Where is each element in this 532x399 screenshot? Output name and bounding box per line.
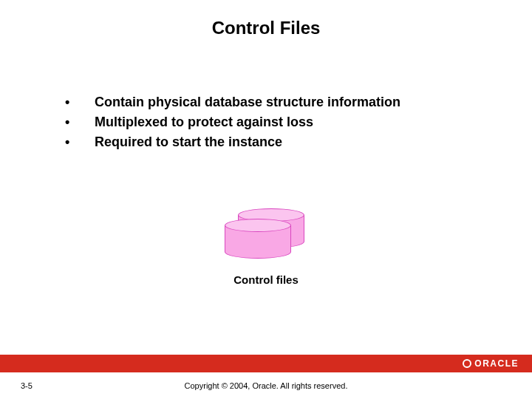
copyright-text: Copyright © 2004, Oracle. All rights res… bbox=[0, 381, 532, 390]
bullet-text: Multiplexed to protect against loss bbox=[95, 115, 473, 130]
oracle-logo: ORACLE bbox=[463, 358, 519, 369]
bullet-text: Required to start the instance bbox=[95, 134, 473, 150]
database-cylinders-icon bbox=[225, 208, 307, 262]
cylinder-icon bbox=[225, 219, 291, 259]
oracle-logo-text: ORACLE bbox=[474, 358, 519, 369]
bullet-marker: • bbox=[59, 95, 95, 110]
bullet-marker: • bbox=[59, 115, 95, 130]
bullet-item: • Multiplexed to protect against loss bbox=[59, 115, 473, 130]
bullet-list: • Contain physical database structure in… bbox=[59, 95, 473, 154]
slide-title: Control Files bbox=[0, 18, 532, 38]
bullet-marker: • bbox=[59, 134, 95, 150]
bullet-text: Contain physical database structure info… bbox=[95, 95, 473, 110]
oracle-o-icon bbox=[463, 359, 471, 368]
figure-label: Control files bbox=[233, 273, 299, 286]
footer-bar: ORACLE bbox=[0, 355, 532, 372]
slide: Control Files • Contain physical databas… bbox=[0, 0, 532, 399]
bullet-item: • Required to start the instance bbox=[59, 134, 473, 150]
control-files-figure: Control files bbox=[0, 208, 532, 286]
bullet-item: • Contain physical database structure in… bbox=[59, 95, 473, 110]
